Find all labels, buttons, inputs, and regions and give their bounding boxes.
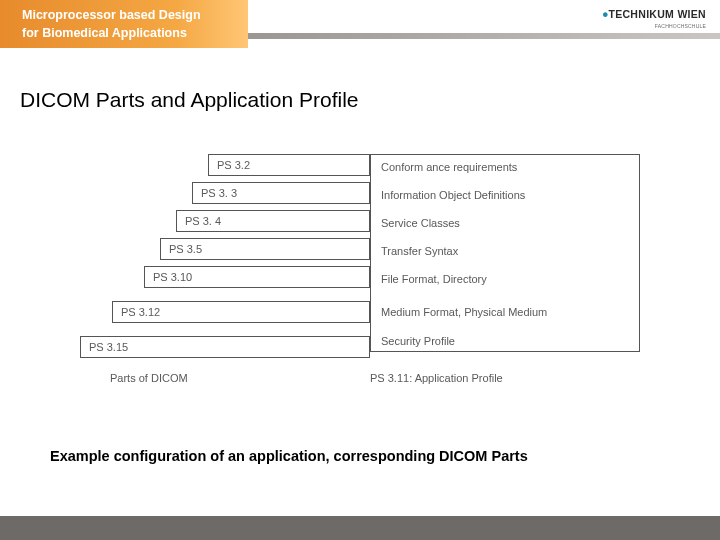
application-profile-label: PS 3.11: Application Profile xyxy=(370,372,503,384)
profile-row-label: Information Object Definitions xyxy=(381,189,525,201)
header-title-line2: for Biomedical Applications xyxy=(22,25,201,43)
profile-row-label: File Format, Directory xyxy=(381,273,487,285)
profile-row-label: Medium Format, Physical Medium xyxy=(381,306,547,318)
slide-header: Microprocessor based Design for Biomedic… xyxy=(0,0,720,54)
dicom-part-box: PS 3.5 xyxy=(160,238,370,260)
dicom-part-box: PS 3.2 xyxy=(208,154,370,176)
dicom-part-box: PS 3.10 xyxy=(144,266,370,288)
dicom-part-box: PS 3. 3 xyxy=(192,182,370,204)
footer-bar xyxy=(0,516,720,540)
dicom-part-box: PS 3. 4 xyxy=(176,210,370,232)
header-title: Microprocessor based Design for Biomedic… xyxy=(22,7,201,42)
page-title: DICOM Parts and Application Profile xyxy=(20,88,358,112)
profile-row-label: Conform ance requirements xyxy=(381,161,517,173)
parts-of-dicom-label: Parts of DICOM xyxy=(110,372,188,384)
profile-row-label: Security Profile xyxy=(381,335,455,347)
logo-main: •TECHNIKUM WIEN xyxy=(566,6,706,24)
profile-row-label: Service Classes xyxy=(381,217,460,229)
profile-row-label: Transfer Syntax xyxy=(381,245,458,257)
dicom-part-box: PS 3.15 xyxy=(80,336,370,358)
dicom-parts-diagram: Conform ance requirementsInformation Obj… xyxy=(80,154,650,404)
slide-caption: Example configuration of an application,… xyxy=(50,448,528,464)
logo: •TECHNIKUM WIEN FACHHOCHSCHULE xyxy=(566,6,706,36)
header-title-line1: Microprocessor based Design xyxy=(22,7,201,25)
application-profile-box: Conform ance requirementsInformation Obj… xyxy=(370,154,640,352)
dicom-part-box: PS 3.12 xyxy=(112,301,370,323)
